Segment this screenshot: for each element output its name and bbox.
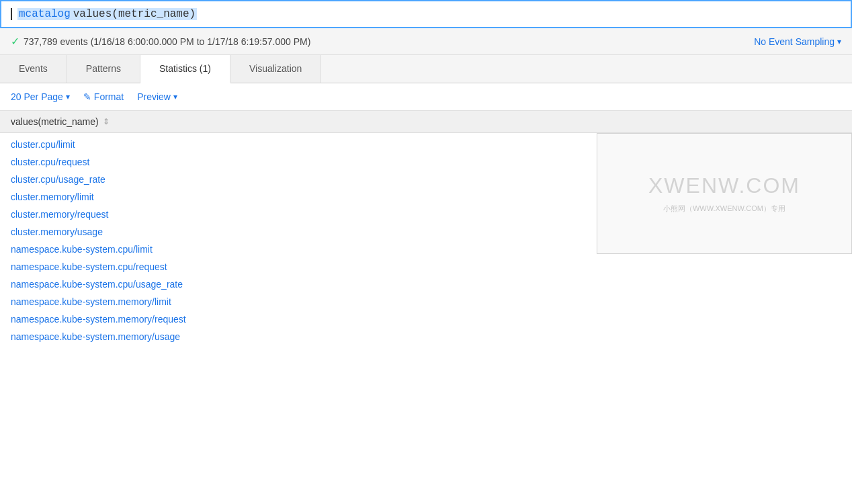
check-icon: ✓ <box>11 35 19 48</box>
preview-dropdown-arrow: ▾ <box>173 92 177 101</box>
sort-icon[interactable]: ⇕ <box>103 117 110 126</box>
search-args: values(metric_name) <box>73 8 196 20</box>
format-icon: ✎ <box>83 91 91 102</box>
table-row[interactable]: namespace.kube-system.memory/limit <box>0 293 852 310</box>
table-body: cluster.cpu/limit cluster.cpu/request cl… <box>0 133 852 348</box>
format-label: Format <box>94 91 124 102</box>
format-button[interactable]: ✎ Format <box>83 91 124 102</box>
tab-events[interactable]: Events <box>0 55 67 83</box>
preview-button[interactable]: Preview ▾ <box>137 91 177 102</box>
preview-label: Preview <box>137 91 171 102</box>
search-bar[interactable]: mcatalog values(metric_name) <box>0 0 852 28</box>
per-page-button[interactable]: 20 Per Page ▾ <box>11 91 70 102</box>
per-page-dropdown-arrow: ▾ <box>66 92 70 101</box>
table-header: values(metric_name) ⇕ <box>0 111 852 133</box>
tab-statistics[interactable]: Statistics (1) <box>140 55 230 83</box>
table-row[interactable]: namespace.kube-system.cpu/request <box>0 258 852 276</box>
table-row[interactable]: namespace.kube-system.cpu/usage_rate <box>0 276 852 293</box>
search-input[interactable]: mcatalog values(metric_name) <box>17 8 197 20</box>
search-command: mcatalog <box>19 8 71 20</box>
column-header-label: values(metric_name) <box>11 116 99 127</box>
tab-visualization[interactable]: Visualization <box>230 55 321 83</box>
status-bar: ✓ 737,789 events (1/16/18 6:00:00.000 PM… <box>0 28 852 55</box>
tab-patterns[interactable]: Patterns <box>67 55 140 83</box>
sampling-label: No Event Sampling <box>754 36 835 47</box>
cursor-indicator <box>11 8 12 20</box>
no-event-sampling-button[interactable]: No Event Sampling ▾ <box>754 36 841 47</box>
status-left: ✓ 737,789 events (1/16/18 6:00:00.000 PM… <box>11 35 310 48</box>
sampling-dropdown-arrow: ▾ <box>837 37 841 46</box>
event-count: 737,789 events (1/16/18 6:00:00.000 PM t… <box>24 36 310 47</box>
table-row[interactable]: namespace.kube-system.memory/usage <box>0 328 852 345</box>
table-row[interactable]: namespace.kube-system.memory/request <box>0 310 852 328</box>
watermark-text: XWENW.COM 小熊网（WWW.XWENW.COM）专用 <box>642 167 807 220</box>
tabs-container: Events Patterns Statistics (1) Visualiza… <box>0 55 852 83</box>
watermark-overlay: XWENW.COM 小熊网（WWW.XWENW.COM）专用 <box>597 133 852 254</box>
toolbar: 20 Per Page ▾ ✎ Format Preview ▾ <box>0 83 852 111</box>
per-page-label: 20 Per Page <box>11 91 63 102</box>
